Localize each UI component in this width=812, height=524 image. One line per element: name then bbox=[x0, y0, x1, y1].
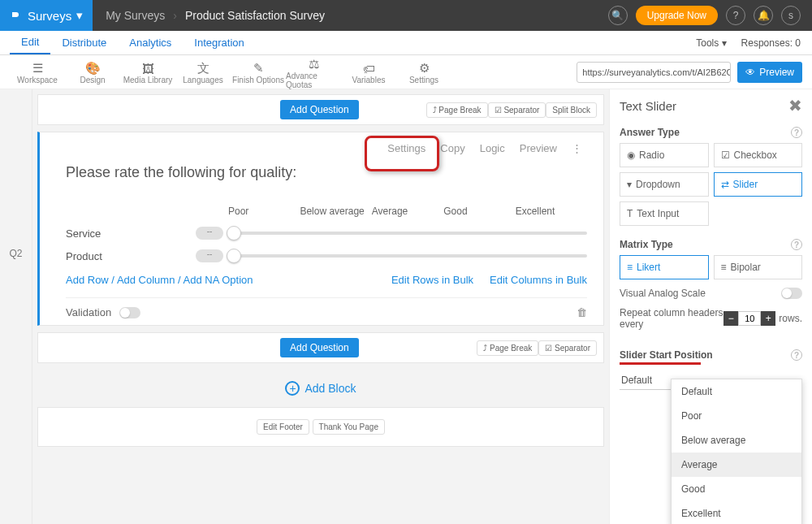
search-icon[interactable]: 🔍 bbox=[608, 6, 628, 25]
matrix-type-bipolar[interactable]: ≡ Bipolar bbox=[714, 255, 803, 279]
eye-icon: 👁 bbox=[745, 67, 755, 78]
edit-footer-button[interactable]: Edit Footer bbox=[257, 419, 309, 435]
matrix-col-header[interactable]: Poor bbox=[228, 206, 300, 217]
toolbar-media[interactable]: 🖼Media Library bbox=[120, 59, 175, 84]
validation-toggle[interactable] bbox=[119, 307, 140, 318]
separator-button[interactable]: ☑ Separator bbox=[538, 340, 597, 356]
matrix-col-header[interactable]: Below average bbox=[300, 206, 371, 217]
slider-thumb[interactable] bbox=[227, 226, 241, 240]
upgrade-button[interactable]: Upgrade Now bbox=[636, 6, 718, 25]
survey-url-field[interactable]: https://surveyanalytics.com/t/AI2B62G✎ bbox=[577, 62, 731, 83]
page-title: Product Satisfaction Survey bbox=[185, 9, 325, 22]
slider-value-pill: -- bbox=[196, 227, 223, 240]
help-icon[interactable]: ? bbox=[726, 6, 745, 25]
add-na-link[interactable]: Add NA Option bbox=[184, 274, 253, 286]
add-question-button[interactable]: Add Question bbox=[280, 100, 359, 119]
breadcrumb-my-surveys[interactable]: My Surveys bbox=[106, 9, 165, 22]
matrix-type-likert[interactable]: ≡ Likert bbox=[620, 255, 709, 279]
thank-you-button[interactable]: Thank You Page bbox=[313, 419, 385, 435]
design-icon: 🎨 bbox=[85, 61, 101, 76]
help-icon[interactable]: ? bbox=[791, 127, 802, 138]
dropdown-option[interactable]: Average bbox=[672, 453, 801, 477]
add-column-link[interactable]: Add Column bbox=[117, 274, 175, 286]
main-tabs: Edit Distribute Analytics Integration To… bbox=[0, 31, 812, 55]
help-icon[interactable]: ? bbox=[791, 239, 802, 250]
dropdown-option[interactable]: Below average bbox=[672, 428, 801, 453]
question-text[interactable]: Please rate the following for quality: bbox=[66, 164, 587, 181]
matrix-col-header[interactable]: Average bbox=[372, 206, 443, 217]
answer-type-text[interactable]: T Text Input bbox=[620, 201, 709, 226]
dropdown-menu: Default Poor Below average Average Good … bbox=[671, 379, 802, 524]
question-preview-button[interactable]: Preview bbox=[520, 142, 557, 154]
help-icon[interactable]: ? bbox=[791, 349, 802, 361]
tab-integration[interactable]: Integration bbox=[183, 31, 255, 54]
image-icon: 🖼 bbox=[142, 61, 154, 76]
avatar[interactable]: s bbox=[781, 6, 801, 25]
brand-label: Surveys bbox=[28, 9, 71, 23]
question-settings-button[interactable]: Settings bbox=[387, 142, 425, 154]
tab-analytics[interactable]: Analytics bbox=[118, 31, 183, 54]
separator-button[interactable]: ☑ Separator bbox=[488, 102, 546, 118]
brand-logo-icon bbox=[10, 10, 21, 21]
toolbar-design[interactable]: 🎨Design bbox=[65, 59, 120, 84]
trash-icon[interactable]: 🗑 bbox=[577, 306, 587, 318]
block-header: Add Question ⤴ Page Break ☑ Separator Sp… bbox=[37, 94, 604, 125]
panel-title: Text Slider bbox=[620, 99, 676, 113]
finish-icon: ✎ bbox=[253, 61, 264, 76]
toolbar-settings[interactable]: ⚙Settings bbox=[396, 59, 451, 84]
matrix-row-label[interactable]: Service bbox=[66, 227, 196, 240]
validation-label: Validation bbox=[66, 306, 111, 318]
toolbar-languages[interactable]: 文Languages bbox=[175, 59, 231, 84]
dropdown-option[interactable]: Default bbox=[672, 379, 801, 404]
vas-label: Visual Analog Scale bbox=[620, 288, 706, 299]
toolbar-quotas[interactable]: ⚖Advance Quotas bbox=[286, 55, 341, 89]
toolbar-workspace[interactable]: ☰Workspace bbox=[10, 59, 65, 84]
dropdown-option[interactable]: Poor bbox=[672, 404, 801, 428]
block-footer: Add Question ⤴ Page Break ☑ Separator bbox=[37, 332, 604, 363]
answer-type-checkbox[interactable]: ☑ Checkbox bbox=[714, 143, 803, 167]
matrix-row-label[interactable]: Product bbox=[66, 250, 196, 262]
tools-menu[interactable]: Tools ▾ bbox=[696, 37, 726, 49]
answer-type-dropdown[interactable]: ▾ Dropdown bbox=[620, 172, 709, 197]
bell-icon[interactable]: 🔔 bbox=[754, 6, 773, 25]
side-panel: Text Slider ✖ Answer Type? ◉ Radio ☑ Che… bbox=[609, 89, 812, 524]
matrix-col-header[interactable]: Excellent bbox=[516, 206, 587, 217]
dropdown-option[interactable]: Excellent bbox=[672, 501, 801, 524]
question-block[interactable]: Settings Copy Logic Preview ⋮ Please rat… bbox=[37, 132, 604, 326]
add-block-button[interactable]: +Add Block bbox=[37, 370, 604, 407]
vas-toggle[interactable] bbox=[781, 288, 802, 299]
stepper-plus[interactable]: + bbox=[761, 311, 775, 326]
page-break-button[interactable]: ⤴ Page Break bbox=[477, 340, 538, 356]
quotas-icon: ⚖ bbox=[309, 57, 319, 71]
preview-button[interactable]: 👁Preview bbox=[737, 62, 802, 83]
tab-distribute[interactable]: Distribute bbox=[50, 31, 118, 54]
repeat-input[interactable] bbox=[738, 311, 761, 326]
brand[interactable]: Surveys ▾ bbox=[0, 0, 93, 31]
tab-edit[interactable]: Edit bbox=[10, 31, 50, 54]
slider-thumb[interactable] bbox=[227, 249, 241, 263]
toolbar-finish[interactable]: ✎Finish Options bbox=[231, 59, 286, 84]
matrix-col-header[interactable]: Good bbox=[443, 206, 515, 217]
dropdown-option[interactable]: Good bbox=[672, 477, 801, 501]
edit-cols-bulk-link[interactable]: Edit Columns in Bulk bbox=[490, 274, 587, 286]
gear-icon: ⚙ bbox=[419, 61, 430, 76]
toolbar-variables[interactable]: 🏷Variables bbox=[341, 59, 396, 84]
responses-count: Responses: 0 bbox=[741, 37, 801, 49]
edit-rows-bulk-link[interactable]: Edit Rows in Bulk bbox=[391, 274, 473, 286]
editor-canvas: Add Question ⤴ Page Break ☑ Separator Sp… bbox=[32, 89, 609, 524]
question-number-gutter: Q2 bbox=[0, 89, 32, 524]
question-logic-button[interactable]: Logic bbox=[480, 142, 505, 154]
close-icon[interactable]: ✖ bbox=[788, 97, 802, 114]
slider-track[interactable] bbox=[228, 254, 587, 258]
add-question-button[interactable]: Add Question bbox=[280, 338, 359, 357]
slider-track[interactable] bbox=[228, 232, 587, 235]
answer-type-radio[interactable]: ◉ Radio bbox=[620, 143, 709, 167]
add-row-link[interactable]: Add Row bbox=[66, 274, 109, 286]
split-block-button[interactable]: Split Block bbox=[546, 102, 597, 118]
more-icon[interactable]: ⋮ bbox=[572, 142, 582, 154]
question-copy-button[interactable]: Copy bbox=[440, 142, 464, 154]
answer-type-slider[interactable]: ⇄ Slider bbox=[714, 172, 803, 197]
page-break-button[interactable]: ⤴ Page Break bbox=[426, 102, 488, 118]
stepper-minus[interactable]: − bbox=[723, 311, 738, 326]
matrix-row: Product -- bbox=[66, 249, 587, 262]
